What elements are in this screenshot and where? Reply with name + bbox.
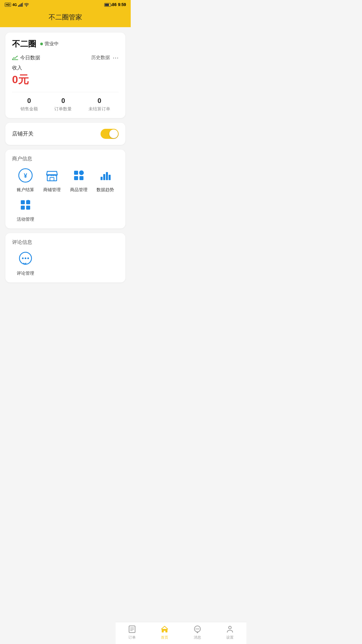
product-label: 商品管理 <box>70 187 87 193</box>
grid-icon <box>71 168 86 183</box>
svg-text:¥: ¥ <box>24 172 27 179</box>
stat-sales-value: 0 <box>27 97 31 105</box>
status-left: HD 4G <box>5 3 29 7</box>
store-label: 商铺管理 <box>43 187 61 193</box>
stat-sales-amount: 0 销售金额 <box>20 97 38 112</box>
today-data-label: 今日数据 <box>20 55 40 61</box>
business-card: 不二圈 营业中 今日数据 历史数据 ⋯ 收入 0元 0 <box>5 33 125 118</box>
business-header: 不二圈 营业中 <box>12 39 119 49</box>
svg-rect-1 <box>19 4 20 7</box>
comment-section-title: 评论信息 <box>12 239 119 246</box>
page-header: 不二圈管家 <box>0 9 131 27</box>
comment-info-card: 评论信息 评论管理 <box>5 233 125 282</box>
history-area: 历史数据 ⋯ <box>91 54 119 61</box>
status-right: 86 9:59 <box>104 2 126 7</box>
activity-label: 活动管理 <box>17 216 34 222</box>
svg-point-24 <box>24 258 26 259</box>
svg-rect-14 <box>103 174 105 180</box>
svg-rect-20 <box>26 206 30 210</box>
svg-rect-9 <box>74 171 78 175</box>
account-label: 账户结算 <box>17 187 34 193</box>
status-dot <box>40 43 43 45</box>
comment-label: 评论管理 <box>17 270 34 276</box>
product-icon-wrap <box>70 167 87 184</box>
activity-icon-wrap <box>17 196 34 214</box>
svg-rect-19 <box>21 206 25 210</box>
stat-unsettled-value: 0 <box>98 97 101 105</box>
svg-point-21 <box>26 200 30 203</box>
svg-point-25 <box>27 258 29 259</box>
income-label: 收入 <box>12 65 119 71</box>
comment-bubble-icon <box>17 251 34 267</box>
signal-4g: 4G <box>12 3 17 7</box>
toggle-knob <box>109 129 118 138</box>
menu-item-data[interactable]: 数据趋势 <box>92 167 119 193</box>
today-data-button[interactable]: 今日数据 <box>12 55 40 61</box>
stat-unsettled-label: 未结算订单 <box>88 106 110 112</box>
comment-menu-grid: 评论管理 <box>12 250 119 276</box>
svg-rect-13 <box>101 177 103 180</box>
business-name: 不二圈 <box>12 39 36 49</box>
svg-rect-3 <box>22 3 23 7</box>
status-bar: HD 4G 86 9:59 <box>0 0 131 9</box>
status-badge: 营业中 <box>40 41 59 47</box>
signal-icon <box>18 3 23 7</box>
stat-order-value: 0 <box>61 97 65 105</box>
status-label: 营业中 <box>45 41 59 47</box>
stat-unsettled: 0 未结算订单 <box>88 97 110 112</box>
svg-rect-11 <box>74 176 78 180</box>
comment-icon-wrap <box>17 250 34 268</box>
bar-chart-icon <box>98 168 113 183</box>
svg-point-10 <box>79 170 84 175</box>
svg-rect-0 <box>18 5 19 7</box>
stat-order-label: 订单数量 <box>54 106 72 112</box>
data-row: 今日数据 历史数据 ⋯ <box>12 54 119 61</box>
hd-label: HD <box>5 3 11 7</box>
svg-rect-4 <box>12 59 18 60</box>
battery-level: 86 <box>112 2 117 7</box>
activity-icon <box>18 198 33 212</box>
battery-icon <box>104 3 111 7</box>
income-value: 0元 <box>12 72 119 87</box>
store-toggle-label: 店铺开关 <box>12 130 34 138</box>
stats-row: 0 销售金额 0 订单数量 0 未结算订单 <box>12 92 119 112</box>
wifi-icon <box>24 3 29 7</box>
menu-item-product[interactable]: 商品管理 <box>65 167 92 193</box>
svg-rect-15 <box>106 172 108 180</box>
svg-point-23 <box>22 258 23 259</box>
menu-item-store[interactable]: 商铺管理 <box>39 167 66 193</box>
store-icon-wrap <box>43 167 61 184</box>
menu-item-account[interactable]: ¥ 账户结算 <box>12 167 39 193</box>
svg-rect-17 <box>21 200 25 204</box>
stat-sales-label: 销售金额 <box>20 106 38 112</box>
account-icon-wrap: ¥ <box>17 167 34 184</box>
svg-rect-2 <box>21 3 22 7</box>
app-title: 不二圈管家 <box>49 13 82 21</box>
chart-line-icon <box>12 55 18 60</box>
store-icon <box>45 168 59 183</box>
menu-item-comment[interactable]: 评论管理 <box>12 250 39 276</box>
svg-rect-16 <box>109 175 111 180</box>
more-menu-button[interactable]: ⋯ <box>113 54 119 61</box>
store-toggle-card: 店铺开关 <box>5 123 125 145</box>
merchant-menu-grid: ¥ 账户结算 商铺管理 <box>12 167 119 222</box>
stat-order-count: 0 订单数量 <box>54 97 72 112</box>
store-toggle-switch[interactable] <box>101 129 119 139</box>
time-display: 9:59 <box>118 2 126 7</box>
history-data-label[interactable]: 历史数据 <box>91 55 110 61</box>
svg-rect-8 <box>50 177 54 181</box>
data-icon-wrap <box>97 167 114 184</box>
svg-rect-12 <box>79 176 83 180</box>
yuan-icon: ¥ <box>18 168 33 183</box>
main-content: 不二圈 营业中 今日数据 历史数据 ⋯ 收入 0元 0 <box>0 27 131 313</box>
merchant-section-title: 商户信息 <box>12 156 119 162</box>
merchant-info-card: 商户信息 ¥ 账户结算 <box>5 150 125 228</box>
data-label: 数据趋势 <box>97 187 114 193</box>
menu-item-activity[interactable]: 活动管理 <box>12 196 39 222</box>
